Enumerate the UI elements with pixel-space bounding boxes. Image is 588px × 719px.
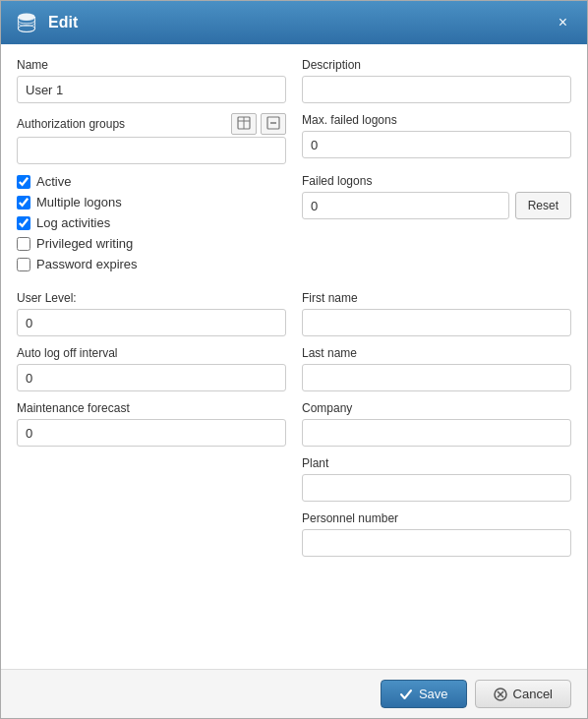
- personnel-label: Personnel number: [302, 511, 571, 525]
- auto-log-off-label: Auto log off interval: [17, 346, 286, 360]
- first-name-label: First name: [302, 291, 571, 305]
- auth-remove-button[interactable]: [261, 113, 286, 135]
- failed-logons-label: Failed logons: [302, 174, 571, 188]
- auth-group-header: Authorization groups: [17, 113, 286, 135]
- col-company: Company: [302, 401, 571, 447]
- privileged-writing-label: Privileged writing: [36, 236, 133, 251]
- checkbox-password-expires: Password expires: [17, 257, 286, 271]
- row-autologoff-lastname: Auto log off interval Last name: [17, 346, 571, 391]
- privileged-writing-checkbox[interactable]: [17, 237, 30, 251]
- checkbox-log-activities: Log activities: [17, 215, 286, 230]
- checkbox-privileged-writing: Privileged writing: [17, 236, 286, 251]
- row-name-description: Name Description: [17, 58, 571, 103]
- active-label: Active: [36, 174, 71, 189]
- dialog-footer: Save Cancel: [1, 669, 587, 718]
- last-name-input[interactable]: [302, 364, 571, 391]
- col-empty-left2: [17, 511, 286, 557]
- cancel-button[interactable]: Cancel: [475, 680, 571, 708]
- remove-icon: [266, 116, 280, 130]
- description-label: Description: [302, 58, 571, 72]
- max-failed-logons-label: Max. failed logons: [302, 113, 571, 127]
- multiple-logons-checkbox[interactable]: [17, 196, 30, 210]
- plant-input[interactable]: [302, 474, 571, 502]
- row-personnel: Personnel number: [17, 511, 571, 557]
- database-icon: [15, 11, 38, 34]
- header-left: Edit: [15, 11, 78, 34]
- failed-logons-row: Reset: [302, 192, 571, 219]
- auto-log-off-input[interactable]: [17, 364, 286, 391]
- maintenance-input[interactable]: [17, 419, 286, 447]
- col-user-level: User Level:: [17, 291, 286, 336]
- dialog-title: Edit: [48, 14, 78, 31]
- col-personnel: Personnel number: [302, 511, 571, 557]
- col-first-name: First name: [302, 291, 571, 336]
- auth-groups-label: Authorization groups: [17, 117, 227, 131]
- reset-button[interactable]: Reset: [515, 192, 571, 219]
- row-maintenance-company: Maintenance forecast Company: [17, 401, 571, 447]
- col-max-failed: Max. failed logons: [302, 113, 571, 164]
- multiple-logons-label: Multiple logons: [36, 195, 122, 210]
- user-level-label: User Level:: [17, 291, 286, 305]
- table-icon: [237, 116, 251, 130]
- col-checkboxes: Active Multiple logons Log activities Pr…: [17, 174, 286, 281]
- save-button[interactable]: Save: [381, 680, 467, 708]
- log-activities-checkbox[interactable]: [17, 216, 30, 230]
- dialog-header: Edit ×: [1, 1, 587, 44]
- personnel-input[interactable]: [302, 529, 571, 557]
- name-label: Name: [17, 58, 286, 72]
- col-auto-log-off: Auto log off interval: [17, 346, 286, 391]
- cancel-icon: [494, 688, 507, 701]
- auth-groups-input[interactable]: [17, 137, 286, 164]
- first-name-input[interactable]: [302, 309, 571, 336]
- row-plant: Plant: [17, 456, 571, 502]
- row-userlevel-firstname: User Level: First name: [17, 291, 571, 336]
- active-checkbox[interactable]: [17, 175, 30, 189]
- user-level-input[interactable]: [17, 309, 286, 336]
- last-name-label: Last name: [302, 346, 571, 360]
- maintenance-label: Maintenance forecast: [17, 401, 286, 415]
- max-failed-logons-input[interactable]: [302, 131, 571, 158]
- plant-label: Plant: [302, 456, 571, 470]
- col-description: Description: [302, 58, 571, 103]
- row-checkboxes-failed: Active Multiple logons Log activities Pr…: [17, 174, 571, 281]
- checkboxes-section: Active Multiple logons Log activities Pr…: [17, 174, 286, 271]
- col-auth-groups: Authorization groups: [17, 113, 286, 164]
- checkbox-multiple-logons: Multiple logons: [17, 195, 286, 210]
- col-maintenance: Maintenance forecast: [17, 401, 286, 447]
- edit-dialog: Edit × Name Description Authorization gr…: [0, 0, 588, 719]
- close-button[interactable]: ×: [553, 12, 573, 33]
- auth-add-button[interactable]: [231, 113, 257, 135]
- password-expires-label: Password expires: [36, 257, 138, 271]
- row-auth-maxfailed: Authorization groups: [17, 113, 571, 164]
- name-input[interactable]: [17, 76, 286, 103]
- dialog-body: Name Description Authorization groups: [1, 44, 587, 669]
- description-input[interactable]: [302, 76, 571, 103]
- col-plant: Plant: [302, 456, 571, 502]
- password-expires-checkbox[interactable]: [17, 258, 30, 271]
- col-name: Name: [17, 58, 286, 103]
- col-failed-logons: Failed logons Reset: [302, 174, 571, 219]
- cancel-label: Cancel: [513, 687, 553, 701]
- checkmark-icon: [399, 688, 413, 701]
- log-activities-label: Log activities: [36, 215, 110, 230]
- col-last-name: Last name: [302, 346, 571, 391]
- save-label: Save: [419, 687, 448, 701]
- checkbox-active: Active: [17, 174, 286, 189]
- col-empty-left: [17, 456, 286, 502]
- company-label: Company: [302, 401, 571, 415]
- failed-logons-input[interactable]: [302, 192, 509, 219]
- company-input[interactable]: [302, 419, 571, 447]
